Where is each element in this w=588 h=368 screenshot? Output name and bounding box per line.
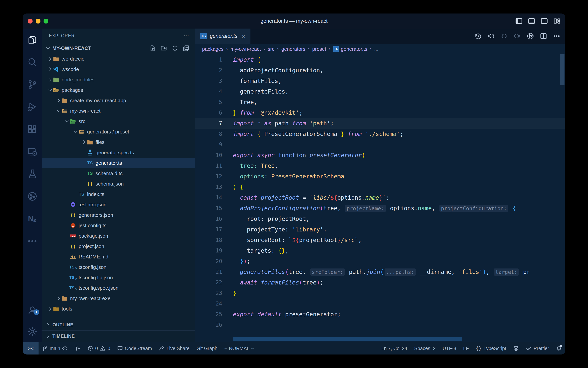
- code-line-5[interactable]: 5 Tree,: [195, 97, 565, 107]
- activity-explorer[interactable]: [23, 28, 42, 51]
- status-problems[interactable]: 00: [84, 342, 114, 355]
- code-line-18[interactable]: 18 sourceRoot: `${projectRoot}/src`,: [195, 235, 565, 245]
- code-line-10[interactable]: 10export async function presetGenerator(: [195, 150, 565, 160]
- status-git-graph[interactable]: Git Graph: [193, 342, 221, 355]
- customize-layout-icon[interactable]: [553, 17, 561, 25]
- code-line-13[interactable]: 13) {: [195, 182, 565, 192]
- tree-item-schema.json[interactable]: { }schema.json: [42, 179, 195, 189]
- status-notifications[interactable]: [553, 342, 565, 355]
- tree-item-tsconfig.spec.json[interactable]: TS⚙tsconfig.spec.json: [42, 283, 195, 293]
- activity-source-control[interactable]: [23, 73, 42, 96]
- more-actions-icon[interactable]: [553, 32, 560, 40]
- navigate-previous-icon[interactable]: [500, 32, 508, 40]
- code-line-19[interactable]: 19 targets: {},: [195, 245, 565, 256]
- new-file-icon[interactable]: [149, 45, 156, 51]
- workspace-section-header[interactable]: MY-OWN-REACT: [42, 43, 195, 54]
- tree-item-project.json[interactable]: { }project.json: [42, 241, 195, 251]
- panel-outline[interactable]: OUTLINE: [42, 319, 195, 330]
- breadcrumb-...[interactable]: ...: [374, 46, 378, 52]
- tree-item-schema.d.ts[interactable]: TSschema.d.ts: [42, 168, 195, 179]
- code-line-3[interactable]: 3 formatFiles,: [195, 76, 565, 86]
- tab-generator-ts[interactable]: TS generator.ts ×: [195, 28, 250, 44]
- tree-item-generator.ts[interactable]: TSgenerator.ts: [42, 158, 195, 168]
- status-git-merge[interactable]: [71, 342, 84, 355]
- code-editor[interactable]: 1import {2 addProjectConfiguration,3 for…: [195, 54, 565, 342]
- activity-git-graph[interactable]: [23, 185, 42, 208]
- code-line-17[interactable]: 17 projectType: 'library',: [195, 224, 565, 235]
- code-line-2[interactable]: 2 addProjectConfiguration,: [195, 65, 565, 76]
- activity-extensions[interactable]: [23, 118, 42, 140]
- code-line-24[interactable]: 24: [195, 298, 565, 309]
- tree-item-packages[interactable]: packages: [42, 85, 195, 95]
- code-line-1[interactable]: 1import {: [195, 54, 565, 65]
- tree-item-generators.json[interactable]: { }generators.json: [42, 210, 195, 220]
- panel-timeline[interactable]: TIMELINE: [42, 330, 195, 342]
- breadcrumb-my-own-react[interactable]: my-own-react›: [230, 46, 268, 52]
- status-indentation[interactable]: Spaces: 2: [411, 342, 439, 355]
- tree-item-package.json[interactable]: npmpackage.json: [42, 231, 195, 241]
- activity-nx-console[interactable]: N≥: [23, 208, 42, 230]
- tree-item-tsconfig.lib.json[interactable]: TS⚙tsconfig.lib.json: [42, 272, 195, 283]
- toggle-secondary-sidebar-icon[interactable]: [541, 17, 548, 25]
- code-line-25[interactable]: 25export default presetGenerator;: [195, 309, 565, 320]
- status-live-share[interactable]: Live Share: [155, 342, 193, 355]
- breadcrumb-generator.ts[interactable]: TSgenerator.ts›: [333, 46, 374, 52]
- code-line-26[interactable]: 26: [195, 320, 565, 330]
- toggle-primary-sidebar-icon[interactable]: [515, 17, 523, 25]
- tree-item-generators-preset[interactable]: generators / preset: [42, 127, 195, 137]
- activity-testing[interactable]: [23, 163, 42, 185]
- code-line-20[interactable]: 20 });: [195, 256, 565, 267]
- refresh-icon[interactable]: [172, 45, 178, 51]
- tree-item-readme.md[interactable]: README.md: [42, 251, 195, 262]
- tree-item-.vscode[interactable]: .vscode: [42, 64, 195, 74]
- status-vim-mode[interactable]: -- NORMAL --: [221, 342, 257, 355]
- code-line-8[interactable]: 8import { PresetGeneratorSchema } from '…: [195, 129, 565, 139]
- timeline-history-icon[interactable]: [474, 32, 482, 40]
- status-prettier[interactable]: Prettier: [522, 342, 553, 355]
- code-line-7[interactable]: 7import * as path from 'path';: [195, 118, 565, 129]
- tree-item-src[interactable]: src: [42, 116, 195, 127]
- toggle-panel-icon[interactable]: [528, 17, 535, 25]
- code-line-4[interactable]: 4 generateFiles,: [195, 86, 565, 97]
- code-line-14[interactable]: 14 const projectRoot = `libs/${options.n…: [195, 192, 565, 203]
- status-git-branch-main[interactable]: main: [39, 342, 71, 355]
- activity-search[interactable]: [23, 51, 42, 73]
- tree-item-tools[interactable]: tools: [42, 304, 195, 314]
- tree-item-tsconfig.json[interactable]: TS⚙tsconfig.json: [42, 262, 195, 272]
- activity-accounts[interactable]: 1: [23, 304, 42, 317]
- code-line-12[interactable]: 12 options: PresetGeneratorSchema: [195, 171, 565, 182]
- code-line-11[interactable]: 11 tree: Tree,: [195, 160, 565, 171]
- horizontal-scrollbar[interactable]: [233, 337, 462, 341]
- breadcrumb-generators[interactable]: generators›: [281, 46, 312, 52]
- status-github[interactable]: [509, 342, 522, 355]
- code-line-15[interactable]: 15 addProjectConfiguration(tree, project…: [195, 203, 565, 213]
- status-cursor-position[interactable]: Ln 7, Col 24: [378, 342, 411, 355]
- code-line-22[interactable]: 22 await formatFiles(tree);: [195, 277, 565, 288]
- tree-item-generator.spec.ts[interactable]: generator.spec.ts: [42, 147, 195, 158]
- status-encoding[interactable]: UTF-8: [439, 342, 460, 355]
- status-language-mode[interactable]: {}TypeScript: [472, 342, 509, 355]
- code-line-16[interactable]: 16 root: projectRoot,: [195, 213, 565, 224]
- title-bar[interactable]: generator.ts — my-own-react: [23, 13, 565, 28]
- tree-item-my-own-react-e2e[interactable]: my-own-react-e2e: [42, 293, 195, 304]
- navigate-back-icon[interactable]: [487, 32, 495, 40]
- tree-item-jest.config.ts[interactable]: jest.config.ts: [42, 220, 195, 231]
- code-line-9[interactable]: 9: [195, 139, 565, 150]
- collapse-all-icon[interactable]: [183, 45, 189, 51]
- code-line-21[interactable]: 21 generateFiles(tree, srcFolder: path.j…: [195, 267, 565, 277]
- sidebar-more-actions-icon[interactable]: ⋯: [184, 35, 190, 37]
- navigate-forward-icon[interactable]: [514, 32, 521, 40]
- tree-item-node-modules[interactable]: node_modules: [42, 74, 195, 85]
- close-tab-icon[interactable]: ×: [242, 33, 246, 39]
- status-codestream[interactable]: CodeStream: [114, 342, 155, 355]
- new-folder-icon[interactable]: [161, 45, 167, 51]
- tree-item-.verdaccio[interactable]: .verdaccio: [42, 54, 195, 64]
- activity-run-debug[interactable]: [23, 96, 42, 118]
- tree-item-files[interactable]: files: [42, 137, 195, 147]
- tree-item-my-own-react[interactable]: my-own-react: [42, 106, 195, 116]
- vertical-scrollbar[interactable]: [560, 54, 564, 342]
- status-remote-indicator[interactable]: ><: [23, 342, 39, 355]
- tree-item-.eslintrc.json[interactable]: .eslintrc.json: [42, 199, 195, 210]
- breadcrumb-packages[interactable]: packages›: [202, 46, 230, 52]
- split-editor-icon[interactable]: [540, 32, 547, 40]
